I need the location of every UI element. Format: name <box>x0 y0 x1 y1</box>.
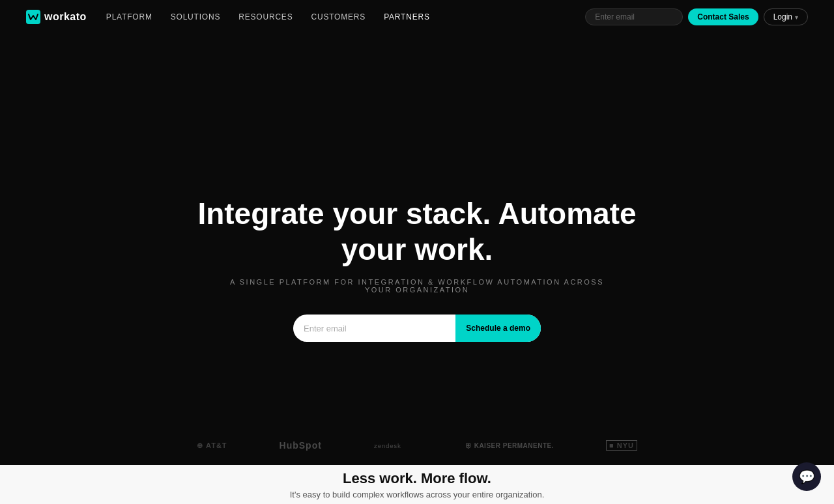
bottom-title: Less work. More flow. <box>343 470 491 487</box>
navbar: workato PLATFORM SOLUTIONS RESOURCES CUS… <box>0 0 834 34</box>
hero-section: Integrate your stack. Automate your work… <box>0 0 834 504</box>
nav-link-partners[interactable]: PARTNERS <box>384 12 430 21</box>
svg-text:zendesk: zendesk <box>374 442 401 449</box>
nav-link-resources[interactable]: RESOURCES <box>238 12 293 21</box>
logo-text: workato <box>44 11 87 23</box>
bottom-section: Less work. More flow. It's easy to build… <box>0 465 834 504</box>
nav-links: PLATFORM SOLUTIONS RESOURCES CUSTOMERS P… <box>106 12 585 21</box>
att-icon: ⊕ <box>197 441 203 450</box>
zendesk-icon: zendesk <box>374 439 413 452</box>
chevron-down-icon: ▾ <box>795 14 798 21</box>
contact-sales-button[interactable]: Contact Sales <box>688 8 758 25</box>
nav-right: Contact Sales Login ▾ <box>585 8 808 25</box>
hero-title: Integrate your stack. Automate your work… <box>189 196 645 268</box>
nav-email-input[interactable] <box>585 8 683 25</box>
hero-form: Schedule a demo <box>293 315 541 342</box>
chat-widget[interactable]: 💬 <box>792 462 821 491</box>
svg-rect-0 <box>26 10 40 24</box>
logo-link[interactable]: workato <box>26 10 87 24</box>
nav-link-platform[interactable]: PLATFORM <box>106 12 152 21</box>
logo-nyu: ■ NYU <box>606 440 637 451</box>
logo-att: ⊕ AT&T <box>197 441 227 450</box>
nav-link-customers[interactable]: CUSTOMERS <box>311 12 366 21</box>
login-button[interactable]: Login ▾ <box>764 8 808 25</box>
logo-kaiser: ⛨ KAISER PERMANENTE. <box>465 442 554 449</box>
chat-icon: 💬 <box>799 469 815 484</box>
page-container: workato PLATFORM SOLUTIONS RESOURCES CUS… <box>0 0 834 504</box>
customer-logos: ⊕ AT&T HubSpot zendesk ⛨ KAISER PERMANEN… <box>0 439 834 452</box>
bottom-subtitle: It's easy to build complex workflows acr… <box>290 490 545 499</box>
hero-subtitle: A SINGLE PLATFORM FOR INTEGRATION & WORK… <box>222 278 612 294</box>
workato-logo-icon <box>26 10 40 24</box>
logo-zendesk: zendesk <box>374 439 413 452</box>
schedule-demo-button[interactable]: Schedule a demo <box>455 315 541 342</box>
nav-link-solutions[interactable]: SOLUTIONS <box>171 12 221 21</box>
hero-email-input[interactable] <box>293 324 455 333</box>
logo-hubspot: HubSpot <box>280 440 322 451</box>
